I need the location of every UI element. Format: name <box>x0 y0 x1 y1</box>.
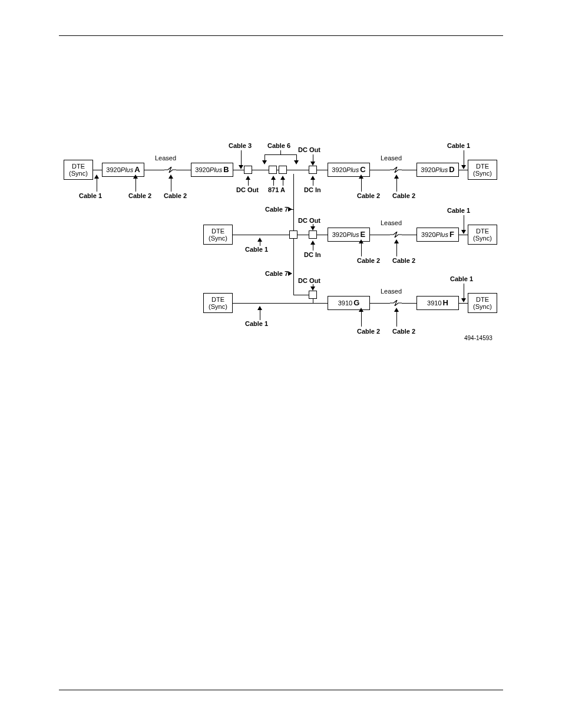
arrow-up-icon <box>280 176 285 180</box>
cable1-label: Cable 1 <box>245 320 268 327</box>
wire <box>287 170 309 170</box>
arrow-up-icon <box>168 174 173 179</box>
arrow-up-icon <box>94 174 99 179</box>
modem-A: 3920PlusA <box>102 163 144 177</box>
modem-D: 3920PlusD <box>416 163 459 177</box>
wire <box>97 179 97 192</box>
dc-out-top-label: DC Out <box>298 146 320 153</box>
dte-box-row3-right: DTE(Sync) <box>468 293 497 313</box>
arrow-up-icon <box>359 174 363 179</box>
wire <box>296 154 297 160</box>
wire <box>233 170 244 170</box>
wire <box>370 235 390 235</box>
arrow-right-icon <box>288 207 292 212</box>
dc-in-junction-row1 <box>309 166 317 174</box>
arrow-down-icon <box>239 165 243 169</box>
leased-zig-icon <box>390 300 402 305</box>
wire <box>361 243 362 256</box>
871a-junction-left <box>269 166 277 174</box>
chain-vertical <box>293 174 294 232</box>
wire <box>459 303 468 304</box>
arrow-up-icon <box>246 176 250 180</box>
arrow-down-icon <box>461 165 466 169</box>
871a-junction-right <box>279 166 287 174</box>
arrow-up-icon <box>133 174 138 179</box>
cable2-label: Cable 2 <box>128 192 151 199</box>
arrow-up-icon <box>257 306 262 310</box>
dc-out-label: DC Out <box>236 186 259 193</box>
arrow-up-icon <box>359 239 363 243</box>
leased-zig-icon <box>164 167 176 172</box>
arrow-down-icon <box>310 162 315 166</box>
wire <box>260 310 260 320</box>
arrow-up-icon <box>310 241 315 245</box>
dte-box-row2-left: DTE(Sync) <box>203 225 233 245</box>
wire <box>297 235 309 235</box>
arrow-up-icon <box>394 239 399 243</box>
leased-zig-icon <box>390 167 402 172</box>
cable2-label: Cable 2 <box>392 328 415 335</box>
dte-box-row2-right: DTE(Sync) <box>468 225 497 245</box>
wire <box>313 299 313 303</box>
arrow-up-icon <box>359 308 363 312</box>
arrow-up-icon <box>394 174 399 179</box>
modem-F: 3920PlusF <box>416 228 459 242</box>
wire <box>171 179 171 192</box>
cable2-label: Cable 2 <box>392 257 415 264</box>
cable2-label: Cable 2 <box>357 192 380 199</box>
wire <box>317 170 328 170</box>
junction-label: 871 A <box>268 186 285 193</box>
wire <box>144 170 164 170</box>
dc-out-junction-row3 <box>309 291 317 299</box>
wire <box>233 235 289 235</box>
arrow-down-icon <box>461 298 466 302</box>
dte-box-row1-left: DTE(Sync) <box>64 160 93 180</box>
arrow-up-icon <box>257 238 262 242</box>
wire <box>396 179 397 192</box>
wire <box>176 170 191 170</box>
wire <box>265 154 265 160</box>
dc-out-label: DC Out <box>298 277 320 284</box>
arrow-down-icon <box>262 160 267 164</box>
arrow-down-icon <box>461 230 466 234</box>
wire <box>402 170 416 170</box>
wire <box>459 235 468 235</box>
leased-label: Leased <box>155 154 176 162</box>
wire <box>402 235 416 235</box>
wire <box>248 180 249 186</box>
wire <box>459 170 468 170</box>
wire <box>293 295 309 295</box>
bottom-rule <box>59 690 503 690</box>
wire <box>464 150 464 165</box>
cable1-label: Cable 1 <box>447 142 470 149</box>
wire <box>265 154 297 155</box>
arrow-up-icon <box>394 308 399 312</box>
wire <box>313 180 313 186</box>
cable7-label: Cable 7 <box>265 270 288 277</box>
wire <box>283 180 283 186</box>
wire <box>135 179 136 192</box>
cable1-label: Cable 1 <box>450 275 473 282</box>
cable7-label: Cable 7 <box>265 206 288 213</box>
figure-ref: 494-14593 <box>464 335 492 341</box>
modem-E: 3920PlusE <box>328 228 370 242</box>
wire <box>361 179 362 192</box>
dte-line1: DTE <box>72 163 85 170</box>
wire <box>280 150 281 154</box>
modem-C: 3920PlusC <box>328 163 370 177</box>
wire <box>233 303 328 304</box>
dte-box-row1-right: DTE(Sync) <box>468 160 497 180</box>
wire <box>313 245 313 251</box>
daisy-chain-diagram: DTE(Sync) 3920PlusA Leased 3920PlusB 871… <box>0 0 562 413</box>
modem-H: 3910H <box>416 296 459 310</box>
wire <box>241 150 242 165</box>
dc-in-junction-row2 <box>309 230 317 239</box>
arrow-up-icon <box>310 176 315 180</box>
wire <box>273 180 274 186</box>
arrow-up-icon <box>271 176 276 180</box>
cable2-label: Cable 2 <box>392 192 415 199</box>
wire <box>260 242 260 246</box>
cable1-label: Cable 1 <box>79 192 102 199</box>
dc-out-label: DC Out <box>298 217 320 224</box>
modem-G: 3910G <box>328 296 370 310</box>
